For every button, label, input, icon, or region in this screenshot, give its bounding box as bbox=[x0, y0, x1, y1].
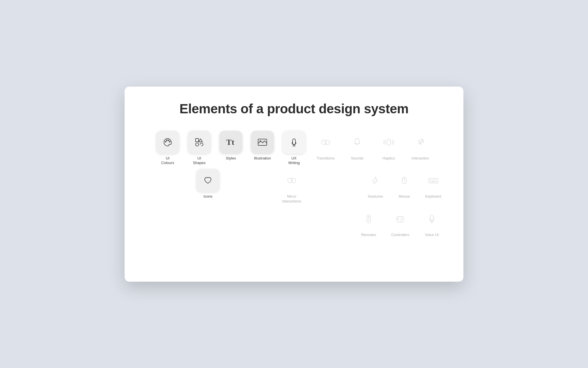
icon-voice-ui bbox=[420, 207, 443, 230]
svg-rect-31 bbox=[368, 220, 369, 221]
label-haptics: Haptics bbox=[382, 156, 395, 161]
icon-keyboard bbox=[422, 169, 445, 192]
item-controllers[interactable]: Controllers bbox=[386, 207, 415, 237]
label-ui-colours: UIColours bbox=[161, 156, 174, 166]
item-illustration[interactable]: Illustration bbox=[248, 131, 277, 166]
icon-transitions bbox=[314, 131, 337, 154]
svg-point-35 bbox=[402, 219, 403, 219]
label-ui-shapes: UIShapes bbox=[193, 156, 206, 166]
icon-micro-interactions bbox=[280, 169, 303, 192]
svg-text:Tt: Tt bbox=[226, 138, 235, 147]
svg-point-36 bbox=[401, 219, 401, 219]
item-voice-ui[interactable]: Voice UI bbox=[417, 207, 446, 237]
icon-icons bbox=[196, 169, 219, 192]
label-mouse: Mouse bbox=[399, 194, 410, 199]
item-micro-interactions[interactable]: Microinteractions bbox=[279, 169, 305, 204]
item-keyboard[interactable]: Keyboard bbox=[420, 169, 446, 204]
svg-point-29 bbox=[368, 216, 370, 218]
svg-rect-21 bbox=[430, 180, 431, 180]
icon-sounds bbox=[346, 131, 369, 154]
item-styles[interactable]: Tt Styles bbox=[216, 131, 245, 166]
label-keyboard: Keyboard bbox=[425, 194, 441, 199]
label-interaction: Interaction bbox=[412, 156, 429, 161]
svg-rect-14 bbox=[387, 139, 390, 145]
main-window: Elements of a product design system UICo… bbox=[125, 87, 463, 282]
svg-rect-20 bbox=[429, 178, 438, 183]
label-gestures: Gestures bbox=[368, 194, 383, 199]
item-sounds[interactable]: Sounds bbox=[343, 131, 372, 166]
icon-remotes bbox=[357, 207, 380, 230]
svg-rect-4 bbox=[196, 139, 199, 142]
svg-point-3 bbox=[169, 141, 171, 142]
label-voice-ui: Voice UI bbox=[425, 233, 439, 237]
item-transitions[interactable]: Transitions bbox=[311, 131, 340, 166]
svg-point-34 bbox=[401, 218, 402, 219]
svg-point-2 bbox=[168, 139, 169, 141]
icon-mouse bbox=[393, 169, 416, 192]
svg-point-8 bbox=[260, 140, 261, 142]
svg-rect-24 bbox=[435, 180, 436, 180]
icon-gestures bbox=[364, 169, 387, 192]
label-styles: Styles bbox=[226, 156, 236, 161]
label-remotes: Remotes bbox=[361, 233, 376, 237]
svg-rect-27 bbox=[436, 181, 437, 182]
item-icons[interactable]: Icons bbox=[195, 169, 221, 204]
svg-rect-23 bbox=[433, 180, 434, 180]
page-title: Elements of a product design system bbox=[142, 101, 446, 116]
label-illustration: Illustration bbox=[254, 156, 271, 161]
icon-ui-shapes bbox=[188, 131, 211, 154]
item-haptics[interactable]: Haptics bbox=[374, 131, 403, 166]
icon-ux-writing bbox=[283, 131, 305, 154]
svg-rect-5 bbox=[196, 143, 199, 146]
svg-rect-22 bbox=[432, 180, 433, 180]
icon-controllers bbox=[389, 207, 412, 230]
svg-rect-25 bbox=[430, 181, 431, 182]
label-controllers: Controllers bbox=[391, 233, 409, 237]
item-gestures[interactable]: Gestures bbox=[362, 169, 388, 204]
icon-illustration bbox=[251, 131, 274, 154]
svg-rect-26 bbox=[432, 181, 435, 182]
label-ux-writing: UXWriting bbox=[288, 156, 300, 166]
label-transitions: Transitions bbox=[316, 156, 334, 161]
svg-point-37 bbox=[401, 220, 402, 221]
item-mouse[interactable]: Mouse bbox=[391, 169, 417, 204]
item-ui-shapes[interactable]: UIShapes bbox=[185, 131, 214, 166]
icon-haptics bbox=[377, 131, 400, 154]
item-ui-colours[interactable]: UIColours bbox=[153, 131, 182, 166]
label-micro-interactions: Microinteractions bbox=[282, 194, 301, 204]
svg-point-0 bbox=[165, 141, 167, 142]
label-sounds: Sounds bbox=[351, 156, 363, 161]
svg-point-1 bbox=[166, 139, 168, 141]
item-ux-writing[interactable]: UXWriting bbox=[280, 131, 308, 166]
label-icons: Icons bbox=[204, 194, 212, 199]
item-remotes[interactable]: Remotes bbox=[354, 207, 383, 237]
icon-interaction bbox=[409, 131, 432, 154]
icon-styles: Tt bbox=[219, 131, 242, 154]
svg-point-16 bbox=[291, 178, 296, 183]
svg-rect-30 bbox=[368, 219, 369, 219]
item-interaction[interactable]: Interaction bbox=[406, 131, 435, 166]
svg-point-12 bbox=[325, 140, 330, 145]
icon-ui-colours bbox=[156, 131, 179, 154]
